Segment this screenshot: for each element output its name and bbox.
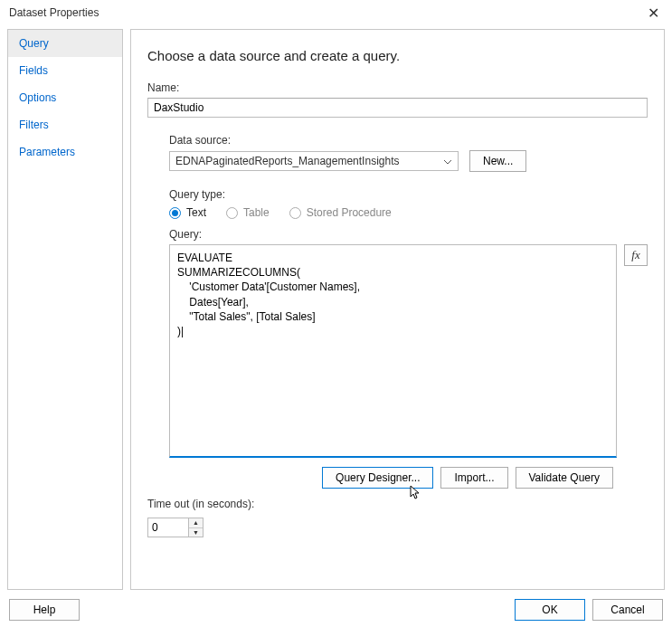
radio-label: Stored Procedure (307, 206, 392, 219)
page-heading: Choose a data source and create a query. (147, 48, 648, 63)
sidebar-item-label: Parameters (19, 146, 75, 158)
query-textarea[interactable] (169, 244, 617, 458)
timeout-input[interactable] (148, 518, 188, 537)
sidebar-item-label: Query (19, 37, 49, 50)
query-designer-button[interactable]: Query Designer... (322, 467, 433, 489)
name-input[interactable] (147, 98, 648, 118)
sidebar-item-label: Fields (19, 64, 48, 77)
radio-table[interactable]: Table (226, 206, 270, 219)
help-button[interactable]: Help (9, 599, 80, 621)
sidebar-item-label: Options (19, 91, 56, 104)
dialog-footer: Help OK Cancel (0, 594, 672, 626)
querytype-label: Query type: (169, 188, 648, 201)
radio-icon (169, 207, 181, 219)
window-title: Dataset Properties (9, 6, 99, 19)
timeout-label: Time out (in seconds): (147, 498, 648, 510)
name-label: Name: (147, 81, 648, 94)
query-buttons-row: Query Designer... Import... Validate Que… (169, 467, 648, 489)
datasource-select[interactable]: EDNAPaginatedReports_ManagementInsights (169, 151, 459, 171)
timeout-spinner[interactable]: ▲ ▼ (147, 518, 203, 537)
radio-text[interactable]: Text (169, 206, 206, 219)
ok-button[interactable]: OK (515, 599, 585, 621)
query-label: Query: (169, 228, 648, 241)
main-panel: Choose a data source and create a query.… (130, 29, 665, 590)
expression-button[interactable]: fx (624, 244, 648, 266)
sidebar-item-fields[interactable]: Fields (8, 57, 122, 84)
radio-stored-procedure[interactable]: Stored Procedure (289, 206, 392, 219)
fx-icon: fx (631, 248, 639, 262)
datasource-value: EDNAPaginatedReports_ManagementInsights (175, 155, 399, 167)
radio-label: Text (186, 206, 206, 219)
sidebar-item-label: Filters (19, 119, 49, 131)
radio-label: Table (243, 206, 270, 219)
cancel-button[interactable]: Cancel (592, 599, 663, 621)
spinner-up-icon[interactable]: ▲ (189, 518, 203, 528)
sidebar-item-parameters[interactable]: Parameters (8, 138, 122, 166)
close-icon[interactable]: ✕ (644, 5, 663, 22)
new-datasource-button[interactable]: New... (469, 150, 526, 172)
import-button[interactable]: Import... (440, 467, 507, 489)
sidebar-item-query[interactable]: Query (8, 30, 122, 57)
datasource-label: Data source: (169, 134, 648, 147)
titlebar: Dataset Properties ✕ (0, 0, 672, 25)
sidebar: Query Fields Options Filters Parameters (7, 29, 123, 590)
radio-icon (226, 207, 238, 219)
dialog-body: Query Fields Options Filters Parameters … (0, 25, 672, 594)
sidebar-item-filters[interactable]: Filters (8, 111, 122, 138)
sidebar-item-options[interactable]: Options (8, 84, 122, 111)
querytype-radios: Text Table Stored Procedure (169, 206, 648, 219)
validate-query-button[interactable]: Validate Query (516, 467, 614, 489)
spinner-down-icon[interactable]: ▼ (189, 528, 203, 537)
chevron-down-icon (443, 155, 452, 167)
radio-icon (289, 207, 301, 219)
